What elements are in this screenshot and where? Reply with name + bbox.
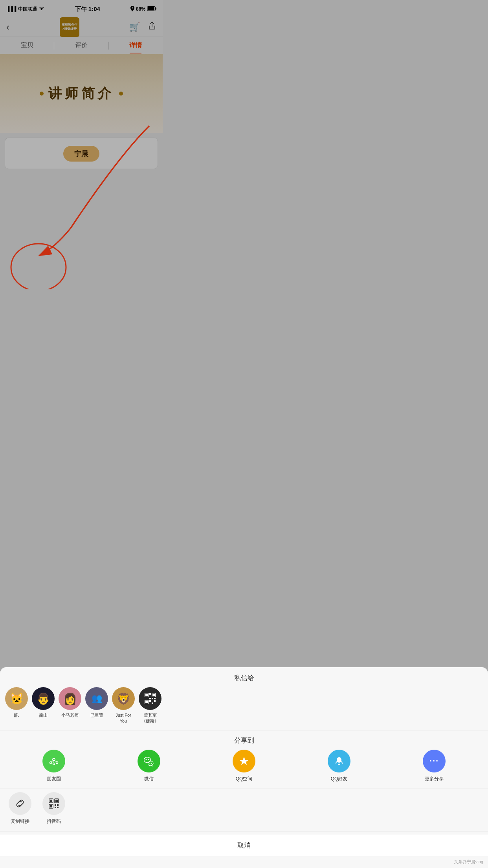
overlay [0,0,163,289]
